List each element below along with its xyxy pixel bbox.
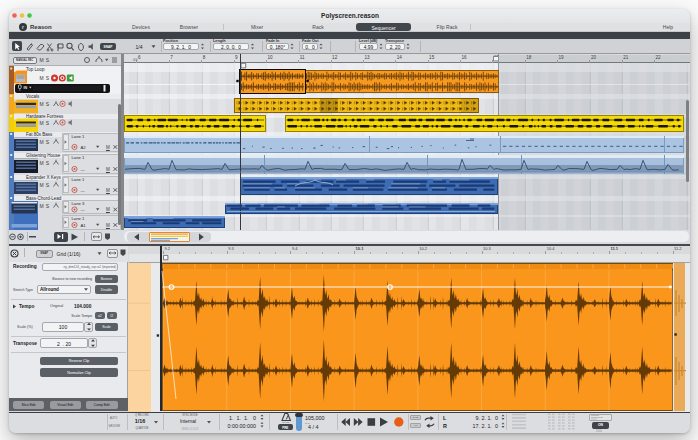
svg-text:r: r xyxy=(22,24,24,30)
